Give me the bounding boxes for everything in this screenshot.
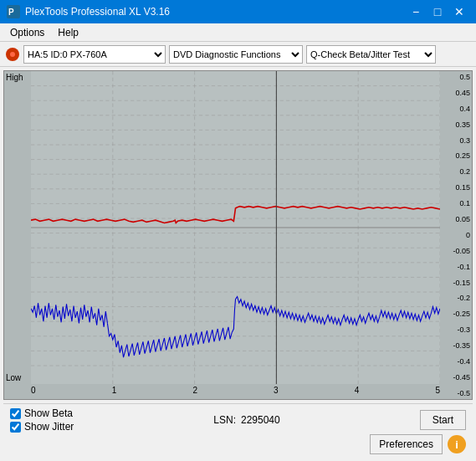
function-dropdown[interactable]: DVD Diagnostic Functions [169,45,303,64]
title-bar-controls: − □ ✕ [406,3,469,20]
lsn-value: 2295040 [241,414,280,426]
main-content: High Low 0.5 0.45 0.4 0.35 0.3 0.25 0.2 … [0,67,476,461]
app-icon: P [7,5,20,18]
show-beta-label: Show Beta [24,407,73,419]
title-bar: P PlexTools Professional XL V3.16 − □ ✕ [0,0,476,23]
lsn-area: LSN: 2295040 [213,414,279,426]
y-low-label: Low [6,373,21,382]
start-button[interactable]: Start [420,410,466,430]
y-high-label: High [6,73,29,82]
x-axis: 0 1 2 3 4 5 [31,384,440,399]
device-icon [5,47,20,62]
maximize-button[interactable]: □ [427,3,448,20]
chart-container: High Low 0.5 0.45 0.4 0.35 0.3 0.25 0.2 … [3,70,473,400]
menu-bar: Options Help [0,23,476,42]
info-icon[interactable]: i [448,435,466,453]
lsn-label: LSN: [213,414,236,426]
device-dropdown[interactable]: HA:5 ID:0 PX-760A [23,45,166,64]
show-jitter-checkbox[interactable] [10,422,21,433]
bottom-panel: Show Beta Show Jitter LSN: 2295040 Start… [3,403,473,458]
show-beta-checkbox-label[interactable]: Show Beta [10,407,74,419]
show-jitter-label: Show Jitter [24,421,74,433]
chart-svg [31,71,440,384]
show-beta-checkbox[interactable] [10,408,21,419]
chart-plot [31,71,440,384]
svg-point-3 [10,52,15,57]
device-selector-area: HA:5 ID:0 PX-760A [5,45,166,64]
svg-text:P: P [8,8,14,17]
title-bar-left: P PlexTools Professional XL V3.16 [7,5,170,18]
minimize-button[interactable]: − [406,3,426,20]
window-title: PlexTools Professional XL V3.16 [25,6,170,18]
menu-help[interactable]: Help [51,25,85,40]
toolbar: HA:5 ID:0 PX-760A DVD Diagnostic Functio… [0,42,476,67]
menu-options[interactable]: Options [3,25,51,40]
preferences-button[interactable]: Preferences [370,434,443,454]
y-axis-right: 0.5 0.45 0.4 0.35 0.3 0.25 0.2 0.15 0.1 … [440,71,472,399]
test-dropdown[interactable]: Q-Check Beta/Jitter Test [306,45,436,64]
bottom-row2: Preferences i [10,434,466,454]
bottom-row1: Show Beta Show Jitter LSN: 2295040 Start [10,407,466,433]
checkboxes-area: Show Beta Show Jitter [10,407,74,433]
show-jitter-checkbox-label[interactable]: Show Jitter [10,421,74,433]
y-axis-left: High Low [4,71,31,399]
close-button[interactable]: ✕ [449,3,469,20]
